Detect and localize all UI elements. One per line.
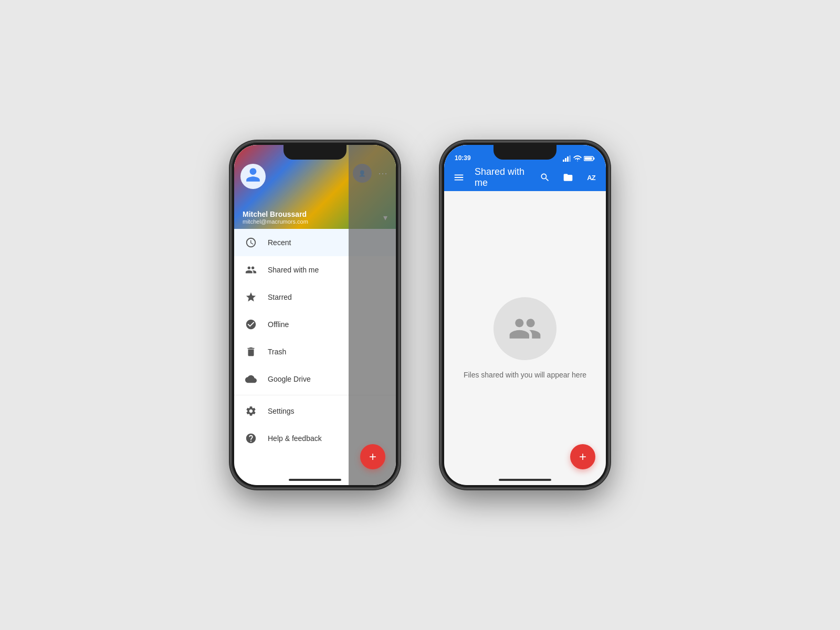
fab-plus-icon-2: + — [579, 449, 586, 464]
home-indicator-1 — [289, 479, 341, 481]
status-icons — [563, 155, 595, 162]
clock-icon — [245, 236, 257, 249]
app-bar-title: Shared with me — [475, 166, 529, 188]
empty-state: Files shared with you will appear here — [453, 191, 597, 485]
wifi-icon — [573, 155, 582, 162]
gear-icon — [245, 405, 257, 417]
empty-state-message: Files shared with you will appear here — [464, 371, 586, 379]
shared-label: Shared with me — [268, 266, 319, 274]
empty-state-icon-circle — [494, 297, 556, 360]
user-name: Mitchel Broussard — [243, 210, 308, 218]
offline-label: Offline — [268, 320, 289, 329]
drive-icon — [245, 373, 257, 385]
app-bar: Shared with me AZ — [444, 164, 606, 191]
people-icon — [245, 264, 257, 276]
star-icon — [245, 291, 257, 303]
screen-1: 👤 ⋯ Mitchel Broussard mitchel@macrumors.… — [234, 145, 396, 485]
svg-rect-5 — [585, 158, 592, 160]
sort-button[interactable]: AZ — [584, 170, 598, 185]
phone-1: 👤 ⋯ Mitchel Broussard mitchel@macrumors.… — [231, 142, 399, 488]
fab-button-1[interactable]: + — [360, 444, 385, 469]
help-icon — [245, 432, 257, 445]
sort-icon-label: AZ — [587, 174, 595, 182]
shared-people-icon — [508, 312, 542, 345]
hamburger-menu-button[interactable] — [452, 170, 466, 185]
svg-rect-3 — [569, 155, 571, 162]
user-email: mitchel@macrumors.com — [243, 218, 308, 225]
svg-rect-6 — [594, 158, 595, 160]
help-label: Help & feedback — [268, 434, 322, 443]
status-time: 10:39 — [455, 154, 471, 162]
svg-rect-2 — [567, 156, 569, 162]
battery-icon — [584, 155, 595, 162]
fab-button-2[interactable]: + — [570, 444, 595, 469]
notch-1 — [284, 145, 346, 160]
user-avatar-icon — [245, 166, 261, 187]
notch-2 — [494, 145, 556, 160]
svg-rect-1 — [565, 158, 566, 162]
phone-2: 10:39 — [441, 142, 609, 488]
drive-label: Google Drive — [268, 375, 311, 383]
offline-icon — [245, 318, 257, 331]
search-button[interactable] — [538, 170, 552, 185]
folder-view-button[interactable] — [561, 170, 575, 185]
sidebar-overlay — [349, 145, 396, 485]
avatar[interactable] — [240, 164, 266, 189]
svg-rect-0 — [563, 160, 564, 162]
fab-plus-icon-1: + — [369, 449, 376, 464]
recent-label: Recent — [268, 238, 291, 247]
home-indicator-2 — [499, 479, 551, 481]
settings-label: Settings — [268, 407, 295, 415]
shared-with-me-content: Files shared with you will appear here — [444, 191, 606, 485]
trash-icon — [245, 345, 257, 358]
screen-2: 10:39 — [444, 145, 606, 485]
starred-label: Starred — [268, 293, 292, 301]
trash-label: Trash — [268, 348, 286, 356]
signal-icon — [563, 155, 571, 162]
